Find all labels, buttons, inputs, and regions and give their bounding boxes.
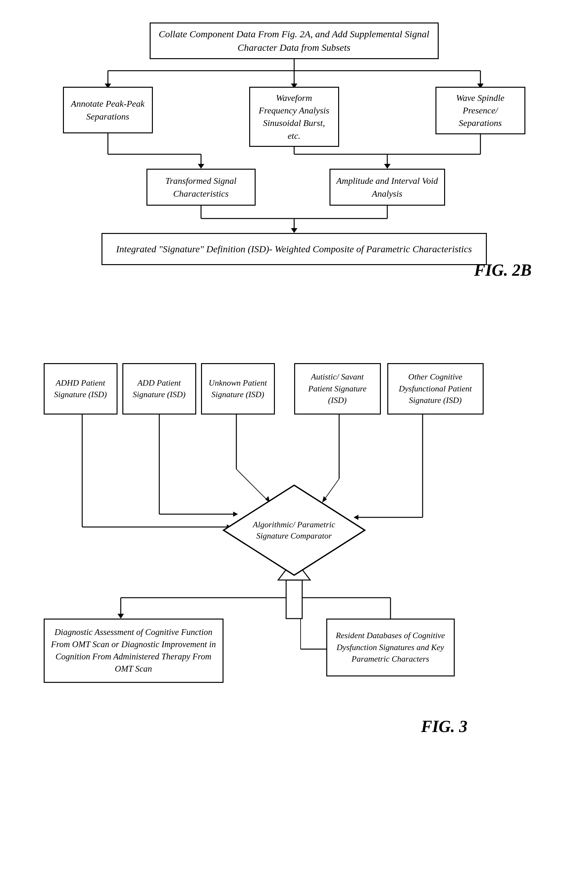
svg-rect-45 — [286, 580, 302, 619]
fig3-box-adhd: ADHD Patient Signature (ISD) — [44, 363, 117, 415]
fig3-diagnostic-box: Diagnostic Assessment of Cognitive Funct… — [44, 619, 224, 683]
fig3-box-autistic: Autistic/ Savant Patient Signature (ISD) — [294, 363, 381, 415]
section-divider — [26, 308, 562, 334]
svg-marker-23 — [291, 228, 297, 233]
fig3-box-other: Other Cognitive Dysfunctional Patient Si… — [387, 363, 484, 415]
fig3-container: ADHD Patient Signature (ISD) ADD Patient… — [37, 360, 551, 746]
fig2b-container: Collate Component Data From Fig. 2A, and… — [37, 19, 551, 283]
fig2b-label: FIG. 2B — [474, 261, 531, 280]
fig2b-section: Collate Component Data From Fig. 2A, and… — [26, 19, 562, 283]
fig3-label: FIG. 3 — [421, 717, 467, 736]
fig3-diamond-text: Algorithmic/ Parametric Signature Compar… — [249, 519, 339, 541]
fig3-resident-db-box: Resident Databases of Cognitive Dysfunct… — [326, 619, 455, 677]
fig3-box-unknown: Unknown Patient Signature (ISD) — [201, 363, 275, 415]
fig3-diamond-container: Algorithmic/ Parametric Signature Compar… — [220, 482, 368, 579]
fig2b-top-box: Collate Component Data From Fig. 2A, and… — [150, 23, 439, 59]
fig2b-row2-right: Wave Spindle Presence/ Separations — [435, 87, 525, 134]
page: Collate Component Data From Fig. 2A, and… — [0, 0, 588, 893]
fig2b-row3-right: Amplitude and Interval Void Analysis — [330, 169, 445, 206]
svg-marker-12 — [198, 164, 204, 169]
fig2b-row3-left: Transformed Signal Characteristics — [147, 169, 256, 206]
svg-marker-42 — [117, 614, 124, 619]
fig2b-row2-left: Annotate Peak-Peak Separations — [63, 87, 153, 133]
fig3-section: ADHD Patient Signature (ISD) ADD Patient… — [26, 360, 562, 746]
svg-marker-17 — [384, 164, 390, 169]
fig2b-bottom-box: Integrated "Signature" Definition (ISD)-… — [102, 233, 487, 265]
fig2b-row2-mid: Waveform Frequency Analysis Sinusoidal B… — [249, 87, 339, 147]
fig3-box-add: ADD Patient Signature (ISD) — [122, 363, 196, 415]
